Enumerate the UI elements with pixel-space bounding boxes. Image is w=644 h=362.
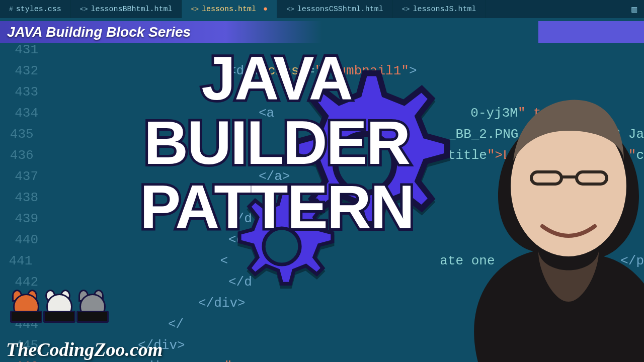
code-text: _BB_2.PNG 2 Ja xyxy=(228,127,644,142)
line-number: 438 xyxy=(0,190,47,205)
line-number: 433 xyxy=(0,84,47,100)
tab-label: lessonsJS.html xyxy=(413,5,476,14)
code-line[interactable]: 441< ate one </p xyxy=(0,250,644,272)
tab-bar: # styles.css <> lessonsBBhtml.html <> le… xyxy=(0,0,644,18)
code-line[interactable]: 434<a 0-yj3M" targ xyxy=(0,103,644,124)
line-number: 440 xyxy=(0,232,47,247)
code-line[interactable]: 436 title">Le ="c xyxy=(0,145,644,166)
code-text: </d xyxy=(228,275,252,290)
line-number: 437 xyxy=(0,169,47,184)
code-line[interactable]: 437</a> xyxy=(0,166,644,187)
line-number: 441 xyxy=(0,253,41,268)
code-line[interactable]: 438 xyxy=(0,187,644,208)
code-line[interactable]: 444</ xyxy=(0,314,644,335)
code-line[interactable]: 439</d xyxy=(0,208,644,229)
line-number: 439 xyxy=(0,211,47,226)
series-title: JAVA Building Block Series xyxy=(7,25,191,39)
code-text: </div> xyxy=(138,338,185,353)
line-number: 443 xyxy=(0,296,47,311)
tab-lessons-js[interactable]: <> lessonsJS.html xyxy=(393,0,486,18)
code-text: <a 0-yj3M" targ xyxy=(259,106,565,121)
code-editor[interactable]: 431432<div class="thumbnail1">433434<a 0… xyxy=(0,39,644,362)
code-icon: <> xyxy=(191,6,199,13)
code-text: </d xyxy=(228,211,252,226)
tab-lessons-bb[interactable]: <> lessonsBBhtml.html xyxy=(71,0,182,18)
tab-styles-css[interactable]: # styles.css xyxy=(0,0,71,18)
line-number: 434 xyxy=(0,106,47,121)
code-icon: <> xyxy=(286,6,294,13)
code-line[interactable]: 433 xyxy=(0,81,644,103)
code-line[interactable]: 443</div> xyxy=(0,293,644,314)
code-line[interactable]: 432<div class="thumbnail1"> xyxy=(0,60,644,81)
tab-label: lessons.html xyxy=(202,5,256,14)
code-text: < ate one </p xyxy=(220,253,644,268)
line-number: 435 xyxy=(0,127,43,142)
code-line[interactable]: 445</div> xyxy=(0,335,644,356)
code-line[interactable]: 446<div c =" xyxy=(0,356,644,362)
code-text: </a> xyxy=(259,169,290,184)
tab-label: lessonsCSShtml.html xyxy=(297,5,383,14)
line-number: 444 xyxy=(0,317,47,332)
split-editor-icon[interactable]: ▥ xyxy=(624,0,644,18)
line-number: 431 xyxy=(0,42,47,57)
line-number: 432 xyxy=(0,63,47,78)
code-icon: <> xyxy=(80,6,88,13)
line-number: 445 xyxy=(0,338,47,353)
code-line[interactable]: 440<di xyxy=(0,229,644,250)
hash-icon: # xyxy=(9,6,13,13)
code-text: <div c =" xyxy=(138,359,232,362)
tab-label: lessonsBBhtml.html xyxy=(91,5,172,14)
tab-lessons-css[interactable]: <> lessonsCSShtml.html xyxy=(277,0,393,18)
tab-lessons-html[interactable]: <> lessons.html ● xyxy=(182,0,277,18)
code-line[interactable]: 431 xyxy=(0,39,644,60)
code-icon: <> xyxy=(402,6,410,13)
tab-label: styles.css xyxy=(16,5,61,14)
code-text: </ xyxy=(168,317,184,332)
code-line[interactable]: 442</d xyxy=(0,272,644,293)
code-text: title">Le ="c xyxy=(228,148,644,163)
dirty-indicator-icon[interactable]: ● xyxy=(263,5,268,14)
code-text: <di xyxy=(228,232,252,247)
code-text: </div> xyxy=(198,296,246,311)
code-text: <div class="thumbnail1"> xyxy=(228,63,417,78)
line-number: 446 xyxy=(0,359,47,362)
code-line[interactable]: 435 _BB_2.PNG 2 Ja xyxy=(0,124,644,145)
line-number: 442 xyxy=(0,275,47,290)
line-number: 436 xyxy=(0,148,43,163)
